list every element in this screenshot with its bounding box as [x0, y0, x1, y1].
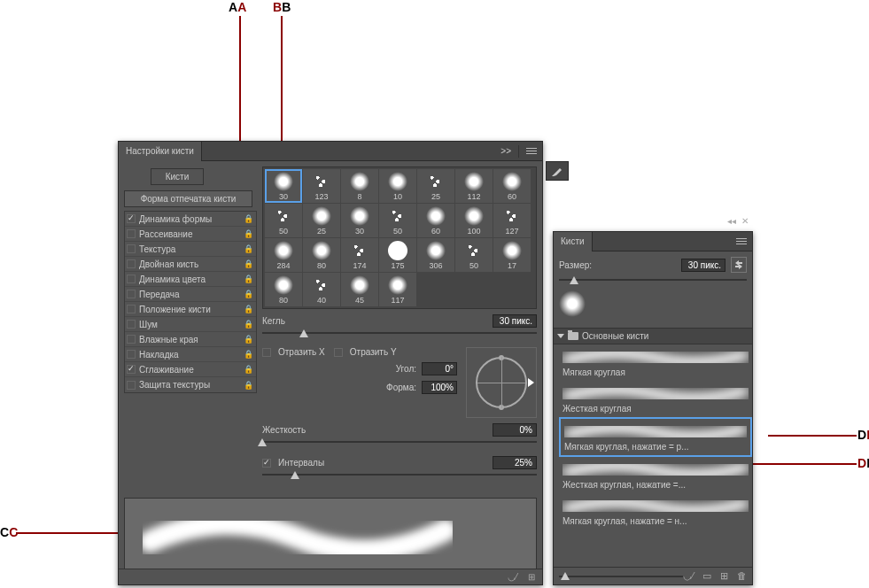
lock-icon[interactable]: 🔒: [244, 381, 254, 390]
lock-icon[interactable]: 🔒: [244, 275, 254, 283]
lock-icon[interactable]: 🔒: [244, 365, 254, 374]
flip-y-checkbox[interactable]: Отразить Y: [334, 347, 397, 357]
delete-icon[interactable]: 🗑: [737, 570, 747, 582]
checkbox[interactable]: [127, 381, 136, 390]
hardness-value[interactable]: 0%: [493, 423, 537, 437]
brush-tip-thumb[interactable]: 100: [455, 204, 493, 237]
preset-item[interactable]: Мягкая круглая: [559, 344, 752, 381]
brush-tool-icon[interactable]: [546, 161, 569, 181]
new-brush-icon[interactable]: ⊞: [720, 570, 728, 582]
flip-x-checkbox[interactable]: Отразить X: [262, 347, 325, 357]
spacing-value[interactable]: 25%: [493, 456, 537, 469]
brush-tip-thumb[interactable]: 123: [303, 169, 340, 203]
zoom-slider[interactable]: [559, 572, 683, 581]
option-row[interactable]: Шум 🔒: [125, 317, 256, 332]
lock-icon[interactable]: 🔒: [244, 244, 254, 253]
collapse-icon[interactable]: ◂◂: [727, 216, 736, 226]
option-row[interactable]: Передача 🔒: [125, 287, 256, 302]
brushes-button[interactable]: Кисти: [151, 168, 204, 185]
brush-tip-thumb[interactable]: 50: [455, 238, 493, 272]
collapse-button[interactable]: >>: [500, 146, 511, 156]
panel-menu-icon[interactable]: [526, 146, 537, 156]
brush-tip-thumb[interactable]: 8: [341, 169, 378, 203]
checkbox[interactable]: [127, 335, 136, 344]
brush-tip-thumb[interactable]: 60: [493, 169, 531, 203]
option-row[interactable]: Динамика формы 🔒: [125, 212, 256, 227]
angle-control[interactable]: [466, 347, 537, 418]
option-row[interactable]: Влажные края 🔒: [125, 332, 256, 347]
checkbox[interactable]: [127, 244, 136, 253]
roundness-input[interactable]: [422, 381, 457, 394]
option-row[interactable]: Защита текстуры 🔒: [125, 377, 256, 392]
checkbox[interactable]: [127, 275, 136, 283]
spacing-checkbox[interactable]: Интервалы: [262, 458, 324, 468]
option-row[interactable]: Накладка 🔒: [125, 347, 256, 362]
brush-tip-thumb[interactable]: 80: [265, 273, 302, 306]
lock-icon[interactable]: 🔒: [244, 214, 254, 223]
panel-tab[interactable]: Настройки кисти: [119, 142, 202, 161]
close-icon[interactable]: ✕: [741, 216, 749, 226]
toggle-preview-icon[interactable]: ◡⁄: [683, 570, 694, 582]
brush-tip-thumb[interactable]: 50: [379, 204, 416, 237]
preset-item[interactable]: Жесткая круглая: [559, 381, 752, 417]
checkbox[interactable]: [127, 305, 136, 313]
checkbox[interactable]: [127, 214, 136, 223]
brushes-menu-icon[interactable]: [736, 236, 747, 246]
option-row[interactable]: Двойная кисть 🔒: [125, 257, 256, 272]
checkbox[interactable]: [127, 365, 136, 374]
toggle-preview-icon[interactable]: ◡⁄: [508, 572, 517, 582]
brush-tip-thumb[interactable]: 306: [417, 238, 454, 272]
new-preset-icon[interactable]: ⊞: [528, 572, 535, 582]
lock-icon[interactable]: 🔒: [244, 335, 254, 344]
spacing-slider[interactable]: [262, 471, 537, 484]
lock-icon[interactable]: 🔒: [244, 290, 254, 298]
brush-tip-thumb[interactable]: 284: [265, 238, 302, 272]
checkbox[interactable]: [127, 320, 136, 329]
checkbox[interactable]: [127, 229, 136, 238]
lock-icon[interactable]: 🔒: [244, 320, 254, 329]
brush-tip-shape-button[interactable]: Форма отпечатка кисти: [124, 190, 252, 207]
rp-size-value[interactable]: 30 пикс.: [681, 259, 725, 272]
preset-item[interactable]: Мягкая круглая, нажатие = р...: [559, 417, 752, 457]
brush-tip-thumb[interactable]: 112: [455, 169, 493, 203]
brushes-tab[interactable]: Кисти: [554, 232, 593, 251]
preset-item[interactable]: Жесткая круглая, нажатие =...: [559, 457, 752, 493]
new-folder-icon[interactable]: ▭: [702, 570, 711, 582]
lock-icon[interactable]: 🔒: [244, 305, 254, 313]
preset-group-header[interactable]: Основные кисти: [554, 328, 752, 344]
option-row[interactable]: Сглаживание 🔒: [125, 362, 256, 377]
lock-icon[interactable]: 🔒: [244, 259, 254, 268]
option-row[interactable]: Динамика цвета 🔒: [125, 272, 256, 287]
brush-tip-thumb[interactable]: 40: [303, 273, 340, 306]
brush-tip-thumb[interactable]: 30: [265, 169, 302, 203]
size-slider[interactable]: [262, 329, 537, 342]
angle-input[interactable]: [422, 362, 457, 375]
rp-size-slider[interactable]: [559, 276, 747, 285]
brush-tip-thumb[interactable]: 17: [493, 238, 531, 272]
brush-tip-thumb[interactable]: 25: [303, 204, 340, 237]
checkbox[interactable]: [127, 259, 136, 268]
brush-tip-thumb[interactable]: 45: [341, 273, 378, 306]
brush-tip-thumb[interactable]: 30: [341, 204, 378, 237]
thumb-label: 50: [469, 261, 478, 270]
brush-tip-thumb[interactable]: 25: [417, 169, 454, 203]
lock-icon[interactable]: 🔒: [244, 229, 254, 238]
checkbox[interactable]: [127, 350, 136, 359]
brush-tip-thumb[interactable]: 60: [417, 204, 454, 237]
brush-tip-thumb[interactable]: 117: [379, 273, 416, 306]
brush-tip-thumb[interactable]: 80: [303, 238, 340, 272]
size-value[interactable]: 30 пикс.: [493, 314, 537, 328]
option-row[interactable]: Текстура 🔒: [125, 242, 256, 257]
option-row[interactable]: Положение кисти 🔒: [125, 302, 256, 317]
option-row[interactable]: Рассеивание 🔒: [125, 227, 256, 242]
lock-icon[interactable]: 🔒: [244, 350, 254, 359]
brush-tip-thumb[interactable]: 174: [341, 238, 378, 272]
checkbox[interactable]: [127, 290, 136, 298]
brush-tip-thumb[interactable]: 127: [493, 204, 531, 237]
brush-tip-thumb[interactable]: 50: [265, 204, 302, 237]
hardness-slider[interactable]: [262, 438, 537, 451]
flip-orientation-icon[interactable]: [731, 257, 747, 273]
brush-tip-thumb[interactable]: 175: [379, 238, 416, 272]
preset-item[interactable]: Мягкая круглая, нажатие = н...: [559, 493, 752, 530]
brush-tip-thumb[interactable]: 10: [379, 169, 416, 203]
